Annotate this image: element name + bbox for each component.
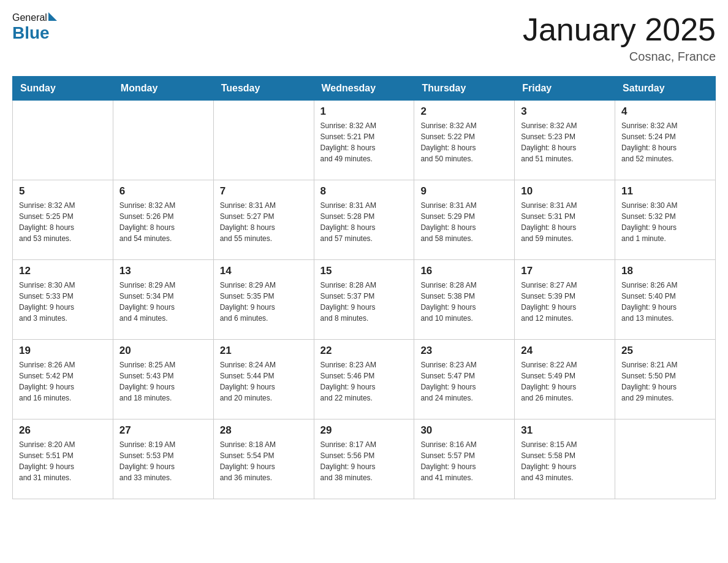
day-info: Sunrise: 8:16 AMSunset: 5:57 PMDaylight:… bbox=[420, 439, 508, 483]
day-info: Sunrise: 8:29 AMSunset: 5:34 PMDaylight:… bbox=[119, 280, 207, 324]
calendar-cell: 6Sunrise: 8:32 AMSunset: 5:26 PMDaylight… bbox=[113, 180, 213, 260]
calendar-cell: 14Sunrise: 8:29 AMSunset: 5:35 PMDayligh… bbox=[213, 260, 314, 340]
day-number: 28 bbox=[220, 424, 308, 437]
calendar-cell bbox=[615, 419, 716, 499]
day-info: Sunrise: 8:28 AMSunset: 5:38 PMDaylight:… bbox=[420, 280, 508, 324]
day-number: 26 bbox=[19, 424, 107, 437]
day-info: Sunrise: 8:22 AMSunset: 5:49 PMDaylight:… bbox=[521, 359, 609, 404]
day-of-week-header: Thursday bbox=[414, 77, 515, 101]
day-number: 11 bbox=[621, 185, 709, 197]
day-info: Sunrise: 8:23 AMSunset: 5:47 PMDaylight:… bbox=[420, 359, 508, 404]
calendar-cell bbox=[13, 101, 113, 180]
calendar-cell: 1Sunrise: 8:32 AMSunset: 5:21 PMDaylight… bbox=[314, 101, 414, 180]
day-number: 10 bbox=[521, 185, 609, 197]
calendar-cell: 25Sunrise: 8:21 AMSunset: 5:50 PMDayligh… bbox=[615, 340, 716, 419]
calendar-cell: 23Sunrise: 8:23 AMSunset: 5:47 PMDayligh… bbox=[414, 340, 515, 419]
day-of-week-header: Friday bbox=[515, 77, 615, 101]
calendar-cell: 5Sunrise: 8:32 AMSunset: 5:25 PMDaylight… bbox=[13, 180, 113, 260]
day-info: Sunrise: 8:17 AMSunset: 5:56 PMDaylight:… bbox=[320, 439, 408, 483]
day-info: Sunrise: 8:24 AMSunset: 5:44 PMDaylight:… bbox=[220, 359, 308, 404]
calendar-cell: 24Sunrise: 8:22 AMSunset: 5:49 PMDayligh… bbox=[515, 340, 615, 419]
calendar-title: January 2025 bbox=[523, 12, 716, 47]
calendar-cell bbox=[213, 101, 314, 180]
calendar-week-row: 19Sunrise: 8:26 AMSunset: 5:42 PMDayligh… bbox=[13, 340, 716, 419]
day-info: Sunrise: 8:32 AMSunset: 5:24 PMDaylight:… bbox=[621, 120, 709, 164]
calendar-cell: 22Sunrise: 8:23 AMSunset: 5:46 PMDayligh… bbox=[314, 340, 414, 419]
day-of-week-header: Wednesday bbox=[314, 77, 414, 101]
day-info: Sunrise: 8:29 AMSunset: 5:35 PMDaylight:… bbox=[220, 280, 308, 324]
day-number: 7 bbox=[220, 185, 308, 197]
day-info: Sunrise: 8:31 AMSunset: 5:27 PMDaylight:… bbox=[220, 200, 308, 244]
day-number: 6 bbox=[119, 185, 207, 197]
calendar-cell: 30Sunrise: 8:16 AMSunset: 5:57 PMDayligh… bbox=[414, 419, 515, 499]
calendar-cell: 26Sunrise: 8:20 AMSunset: 5:51 PMDayligh… bbox=[13, 419, 113, 499]
day-number: 27 bbox=[119, 424, 207, 437]
day-info: Sunrise: 8:32 AMSunset: 5:21 PMDaylight:… bbox=[320, 120, 408, 164]
logo-blue-text: Blue bbox=[12, 23, 50, 43]
day-info: Sunrise: 8:26 AMSunset: 5:42 PMDaylight:… bbox=[19, 359, 107, 404]
day-number: 8 bbox=[320, 185, 408, 197]
day-info: Sunrise: 8:26 AMSunset: 5:40 PMDaylight:… bbox=[621, 280, 709, 324]
calendar-cell: 21Sunrise: 8:24 AMSunset: 5:44 PMDayligh… bbox=[213, 340, 314, 419]
calendar-cell: 12Sunrise: 8:30 AMSunset: 5:33 PMDayligh… bbox=[13, 260, 113, 340]
logo-arrow-icon bbox=[48, 12, 57, 21]
day-number: 20 bbox=[119, 345, 207, 357]
day-info: Sunrise: 8:30 AMSunset: 5:33 PMDaylight:… bbox=[19, 280, 107, 324]
calendar-subtitle: Cosnac, France bbox=[523, 50, 716, 64]
day-info: Sunrise: 8:30 AMSunset: 5:32 PMDaylight:… bbox=[621, 200, 709, 244]
day-number: 24 bbox=[521, 345, 609, 357]
calendar-cell: 7Sunrise: 8:31 AMSunset: 5:27 PMDaylight… bbox=[213, 180, 314, 260]
calendar-cell: 10Sunrise: 8:31 AMSunset: 5:31 PMDayligh… bbox=[515, 180, 615, 260]
day-info: Sunrise: 8:27 AMSunset: 5:39 PMDaylight:… bbox=[521, 280, 609, 324]
calendar-cell: 19Sunrise: 8:26 AMSunset: 5:42 PMDayligh… bbox=[13, 340, 113, 419]
day-number: 4 bbox=[621, 105, 709, 118]
calendar-week-row: 1Sunrise: 8:32 AMSunset: 5:21 PMDaylight… bbox=[13, 101, 716, 180]
calendar-cell: 20Sunrise: 8:25 AMSunset: 5:43 PMDayligh… bbox=[113, 340, 213, 419]
day-number: 2 bbox=[420, 105, 508, 118]
day-number: 19 bbox=[19, 345, 107, 357]
day-number: 14 bbox=[220, 265, 308, 277]
day-number: 16 bbox=[420, 265, 508, 277]
day-number: 30 bbox=[420, 424, 508, 437]
day-number: 9 bbox=[420, 185, 508, 197]
calendar-cell: 4Sunrise: 8:32 AMSunset: 5:24 PMDaylight… bbox=[615, 101, 716, 180]
day-info: Sunrise: 8:25 AMSunset: 5:43 PMDaylight:… bbox=[119, 359, 207, 404]
calendar-cell: 17Sunrise: 8:27 AMSunset: 5:39 PMDayligh… bbox=[515, 260, 615, 340]
day-number: 12 bbox=[19, 265, 107, 277]
calendar-week-row: 26Sunrise: 8:20 AMSunset: 5:51 PMDayligh… bbox=[13, 419, 716, 499]
calendar-header-row: SundayMondayTuesdayWednesdayThursdayFrid… bbox=[13, 77, 716, 101]
calendar-cell: 13Sunrise: 8:29 AMSunset: 5:34 PMDayligh… bbox=[113, 260, 213, 340]
day-info: Sunrise: 8:20 AMSunset: 5:51 PMDaylight:… bbox=[19, 439, 107, 483]
day-number: 21 bbox=[220, 345, 308, 357]
day-info: Sunrise: 8:32 AMSunset: 5:22 PMDaylight:… bbox=[420, 120, 508, 164]
day-info: Sunrise: 8:32 AMSunset: 5:23 PMDaylight:… bbox=[521, 120, 609, 164]
calendar-cell bbox=[113, 101, 213, 180]
day-info: Sunrise: 8:31 AMSunset: 5:31 PMDaylight:… bbox=[521, 200, 609, 244]
page-header: General Blue January 2025 Cosnac, France bbox=[12, 12, 716, 64]
calendar-table: SundayMondayTuesdayWednesdayThursdayFrid… bbox=[12, 76, 716, 499]
calendar-cell: 8Sunrise: 8:31 AMSunset: 5:28 PMDaylight… bbox=[314, 180, 414, 260]
logo: General Blue bbox=[12, 12, 57, 43]
day-of-week-header: Tuesday bbox=[213, 77, 314, 101]
day-info: Sunrise: 8:31 AMSunset: 5:29 PMDaylight:… bbox=[420, 200, 508, 244]
calendar-week-row: 5Sunrise: 8:32 AMSunset: 5:25 PMDaylight… bbox=[13, 180, 716, 260]
calendar-cell: 9Sunrise: 8:31 AMSunset: 5:29 PMDaylight… bbox=[414, 180, 515, 260]
day-of-week-header: Monday bbox=[113, 77, 213, 101]
day-info: Sunrise: 8:23 AMSunset: 5:46 PMDaylight:… bbox=[320, 359, 408, 404]
day-number: 23 bbox=[420, 345, 508, 357]
day-info: Sunrise: 8:32 AMSunset: 5:25 PMDaylight:… bbox=[19, 200, 107, 244]
calendar-cell: 3Sunrise: 8:32 AMSunset: 5:23 PMDaylight… bbox=[515, 101, 615, 180]
day-number: 3 bbox=[521, 105, 609, 118]
calendar-cell: 15Sunrise: 8:28 AMSunset: 5:37 PMDayligh… bbox=[314, 260, 414, 340]
day-of-week-header: Saturday bbox=[615, 77, 716, 101]
calendar-cell: 31Sunrise: 8:15 AMSunset: 5:58 PMDayligh… bbox=[515, 419, 615, 499]
title-section: January 2025 Cosnac, France bbox=[523, 12, 716, 64]
day-number: 31 bbox=[521, 424, 609, 437]
day-info: Sunrise: 8:31 AMSunset: 5:28 PMDaylight:… bbox=[320, 200, 408, 244]
calendar-cell: 16Sunrise: 8:28 AMSunset: 5:38 PMDayligh… bbox=[414, 260, 515, 340]
day-of-week-header: Sunday bbox=[13, 77, 113, 101]
logo-general-text: General bbox=[12, 12, 47, 23]
calendar-cell: 2Sunrise: 8:32 AMSunset: 5:22 PMDaylight… bbox=[414, 101, 515, 180]
calendar-cell: 18Sunrise: 8:26 AMSunset: 5:40 PMDayligh… bbox=[615, 260, 716, 340]
day-number: 22 bbox=[320, 345, 408, 357]
